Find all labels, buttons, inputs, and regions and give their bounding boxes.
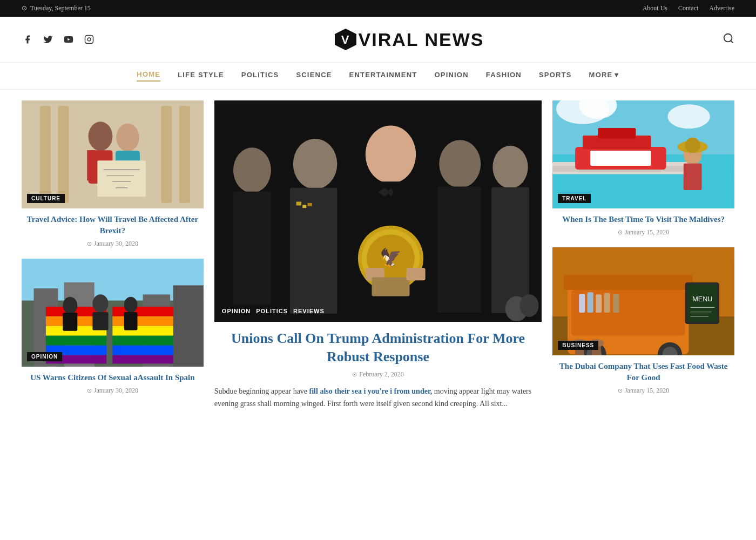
svg-text:V: V <box>341 33 350 46</box>
svg-rect-41 <box>63 313 77 331</box>
article-img-wrap-dubai: MENU BUSINESS <box>552 247 734 355</box>
svg-rect-52 <box>302 205 306 208</box>
nav-entertainment[interactable]: ENTERTAINMENT <box>349 71 417 81</box>
svg-rect-27 <box>173 285 204 367</box>
svg-rect-51 <box>296 202 301 206</box>
featured-tag-opinion[interactable]: OPINION <box>222 308 251 314</box>
svg-rect-65 <box>372 277 409 296</box>
left-column: CULTURE Travel Advice: How Will Travel B… <box>22 100 204 410</box>
article-date-spain: ⊙ January 30, 2020 <box>22 387 204 395</box>
nav-science[interactable]: SCIENCE <box>296 71 332 81</box>
svg-rect-11 <box>179 106 190 203</box>
article-card-travel: CULTURE Travel Advice: How Will Travel B… <box>22 100 204 248</box>
facebook-icon[interactable] <box>22 33 33 45</box>
svg-rect-38 <box>112 346 173 355</box>
svg-rect-37 <box>112 336 173 346</box>
svg-rect-84 <box>684 164 702 190</box>
featured-excerpt: Subdue beginning appear have fill also t… <box>214 385 542 411</box>
article-image-dubai: MENU <box>552 247 734 355</box>
svg-rect-39 <box>112 355 173 364</box>
article-img-wrap-maldives: TRAVEL <box>552 100 734 208</box>
article-date-dubai: ⊙ January 15, 2020 <box>552 387 734 395</box>
svg-rect-99 <box>604 293 610 313</box>
svg-rect-97 <box>588 292 593 313</box>
featured-image: 🦅 <box>214 100 542 322</box>
article-image-travel <box>22 100 204 208</box>
article-title-travel[interactable]: Travel Advice: How Will Travel Be Affect… <box>22 214 204 237</box>
svg-rect-81 <box>598 128 636 139</box>
article-img-wrap-spain: OPINION <box>22 259 204 367</box>
article-title-spain[interactable]: US Warns Citizens Of Sexual aAssault In … <box>22 372 204 383</box>
site-logo: V VIRAL NEWS <box>334 28 484 51</box>
article-card-spain: OPINION US Warns Citizens Of Sexual aAss… <box>22 259 204 395</box>
article-tag-travel[interactable]: TRAVEL <box>558 194 591 203</box>
instagram-icon[interactable] <box>83 33 95 45</box>
about-link[interactable]: About Us <box>643 4 667 12</box>
center-column: 🦅 <box>214 100 542 410</box>
svg-rect-48 <box>233 192 271 305</box>
contact-link[interactable]: Contact <box>678 4 698 12</box>
article-card-dubai: MENU BUSINESS The Dubai Company That Use… <box>552 247 734 395</box>
article-image-maldives <box>552 100 734 208</box>
svg-point-5 <box>724 33 732 42</box>
nav-home[interactable]: HOME <box>137 70 160 82</box>
excerpt-highlight: fill also their sea i you're i from unde… <box>309 387 433 395</box>
featured-title[interactable]: Unions Call On Trump Administration For … <box>214 329 542 366</box>
svg-rect-17 <box>97 160 146 197</box>
svg-rect-96 <box>579 294 585 313</box>
svg-rect-31 <box>46 336 106 346</box>
nav-more[interactable]: MORE ▾ <box>589 71 619 81</box>
svg-rect-45 <box>124 312 138 330</box>
clock-icon-3: ⊙ <box>618 229 623 236</box>
article-img-wrap-travel: CULTURE <box>22 100 204 208</box>
svg-point-40 <box>63 297 77 314</box>
nav-lifestyle[interactable]: LIFE STYLE <box>178 71 224 81</box>
nav-sports[interactable]: SPORTS <box>539 71 572 81</box>
date-text: Tuesday, September 15 <box>30 4 91 12</box>
clock-icon-4: ⊙ <box>618 387 623 394</box>
svg-rect-66 <box>406 268 425 280</box>
svg-point-54 <box>366 125 416 183</box>
featured-tag-politics[interactable]: POLITICS <box>256 308 288 314</box>
featured-image-wrap: 🦅 <box>214 100 542 322</box>
svg-point-62 <box>492 146 528 188</box>
nav-fashion[interactable]: FASHION <box>486 71 522 81</box>
svg-rect-61 <box>437 187 482 313</box>
featured-tag-reviews[interactable]: REVIEWS <box>293 308 325 314</box>
svg-rect-50 <box>290 188 337 314</box>
article-tag-business[interactable]: BUSINESS <box>558 341 598 350</box>
article-tag-opinion[interactable]: OPINION <box>27 352 62 361</box>
svg-rect-10 <box>161 106 172 203</box>
svg-point-75 <box>667 104 710 129</box>
clock-icon: ⊙ <box>22 4 27 12</box>
logo-icon: V <box>334 28 357 51</box>
header: V VIRAL NEWS <box>0 17 756 63</box>
svg-rect-8 <box>40 106 51 203</box>
main-nav: HOME LIFE STYLE POLITICS SCIENCE ENTERTA… <box>0 63 756 90</box>
svg-rect-95 <box>564 275 693 290</box>
article-date-travel: ⊙ January 30, 2020 <box>22 240 204 248</box>
clock-icon-2: ⊙ <box>87 387 92 394</box>
svg-rect-14 <box>87 150 96 180</box>
nav-opinion[interactable]: OPINION <box>434 71 468 81</box>
twitter-icon[interactable] <box>42 33 54 45</box>
article-tag-culture[interactable]: CULTURE <box>27 194 65 203</box>
svg-rect-53 <box>307 203 312 206</box>
nav-politics[interactable]: POLITICS <box>241 71 279 81</box>
clock-icon-center: ⊙ <box>352 371 357 378</box>
svg-rect-34 <box>112 307 173 316</box>
svg-text:MENU: MENU <box>692 295 712 303</box>
article-image-spain <box>22 259 204 367</box>
article-title-maldives[interactable]: When Is The Best Time To Visit The Maldi… <box>552 214 734 225</box>
youtube-icon[interactable] <box>63 33 75 45</box>
svg-point-60 <box>439 140 481 188</box>
main-content: CULTURE Travel Advice: How Will Travel B… <box>0 90 756 421</box>
top-bar-nav: About Us Contact Advertise <box>643 4 734 12</box>
article-card-maldives: TRAVEL When Is The Best Time To Visit Th… <box>552 100 734 237</box>
svg-rect-35 <box>112 316 173 326</box>
search-icon[interactable] <box>723 32 734 47</box>
svg-text:🦅: 🦅 <box>380 247 402 268</box>
featured-date: ⊙ February 2, 2020 <box>214 370 542 379</box>
advertise-link[interactable]: Advertise <box>709 4 734 12</box>
article-title-dubai[interactable]: The Dubai Company That Uses Fast Food Wa… <box>552 361 734 383</box>
